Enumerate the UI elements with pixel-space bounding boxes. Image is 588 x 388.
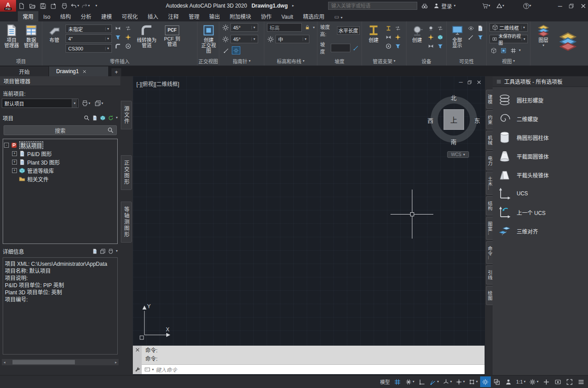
search-binoculars-icon[interactable] — [419, 1, 430, 11]
ribbon-tab-visualize[interactable]: 可视化 — [117, 11, 143, 21]
compass-angle1-dropdown[interactable]: 45°▾ — [230, 23, 258, 32]
view-grid-icon[interactable] — [509, 46, 518, 54]
details-doc-icon[interactable] — [92, 248, 98, 254]
quick-access-dropdown[interactable]: ▾ — [91, 1, 102, 11]
autodesk-360-icon[interactable]: ▾ — [495, 1, 506, 11]
undo-button[interactable]: ▾ — [70, 1, 80, 11]
show-all-button[interactable]: 全部 显示 — [449, 23, 465, 58]
viewport-close-icon[interactable] — [477, 80, 481, 85]
visibility-eye-icon[interactable] — [467, 24, 475, 32]
command-input[interactable]: ▾ 键入命令 — [142, 365, 485, 374]
ribbon-tab-featured-apps[interactable]: 精选应用 — [298, 11, 329, 21]
command-customize-wrench-icon[interactable] — [135, 367, 140, 372]
tree-item-related-files[interactable]: 相关文件 — [4, 175, 116, 183]
ribbon-tab-output[interactable]: 输出 — [204, 11, 225, 21]
expander[interactable]: - — [4, 143, 9, 148]
project-copy-button[interactable]: ▾ — [94, 99, 104, 107]
annotation-visibility-toggle[interactable] — [480, 376, 491, 387]
named-view-dropdown[interactable]: 未保存的视图▾ — [489, 35, 528, 43]
tab-source-files[interactable]: 源文件 — [121, 101, 132, 129]
support-flange-icon[interactable] — [384, 42, 393, 50]
tree-item-pipe-spec-library[interactable]: + 管道等级库 — [4, 166, 116, 175]
current-project-dropdown[interactable]: 默认项目▾ — [2, 99, 78, 108]
flange-insert-icon[interactable] — [124, 42, 132, 50]
create-ortho-view-button[interactable]: 创建 正交视图 — [200, 23, 217, 58]
scroll-left-arrow[interactable]: ◂ — [2, 360, 7, 364]
refresh-project-icon[interactable] — [108, 115, 114, 121]
ortho-mode-toggle[interactable] — [417, 376, 428, 387]
panel-label-pipe-supports[interactable]: 管道支架▾ — [362, 58, 406, 65]
visibility-doc-icon[interactable] — [476, 24, 485, 32]
palette-item-frustum-cone[interactable]: 平截面圆锥体 — [493, 147, 588, 165]
ribbon-tab-iso[interactable]: Iso — [38, 12, 55, 21]
equipment-filter-icon[interactable] — [436, 42, 444, 50]
viewcube-east[interactable]: 东 — [474, 116, 480, 124]
plot-button[interactable] — [59, 1, 70, 11]
details-collapse[interactable]: ▾ — [116, 249, 118, 253]
new-tab-button[interactable]: + — [111, 68, 121, 76]
valve-insert-icon[interactable] — [114, 24, 122, 32]
project-manager-button[interactable]: 项目 管理器 — [3, 23, 21, 58]
annotation-scale-button[interactable]: 1:1▾ — [515, 376, 527, 387]
panel-label-compass[interactable]: 指南针▾ — [219, 58, 264, 65]
palette-item-cylindrical-helix[interactable]: 圆柱形螺旋 — [493, 91, 588, 109]
palette-item-elliptical-cylinder[interactable]: 椭圆形圆柱体 — [493, 128, 588, 147]
grid-display-toggle[interactable] — [392, 376, 403, 387]
visibility-filter-icon[interactable] — [476, 33, 485, 41]
annotation-monitor-toggle[interactable] — [503, 376, 514, 387]
horizontal-scrollbar[interactable]: ◂ ▸ — [2, 359, 119, 365]
project-print-button[interactable]: ▾ — [81, 99, 91, 107]
scrollbar-thumb[interactable] — [12, 360, 75, 364]
palette-item-3d-align[interactable]: 三维对齐 — [493, 222, 588, 240]
details-print-icon[interactable] — [108, 248, 114, 254]
isometric-drafting-toggle[interactable]: ▾ — [441, 376, 453, 387]
view-cube-icon[interactable] — [489, 46, 498, 54]
view-ortho-icon[interactable] — [499, 46, 508, 54]
selection-cycling-toggle[interactable] — [492, 376, 502, 387]
open-button[interactable] — [27, 1, 37, 11]
panel-label-view[interactable]: 视图▾ — [487, 58, 530, 65]
ribbon-tab-manage[interactable]: 管理 — [184, 11, 204, 21]
tree-item-default-project[interactable]: - 默认项目 — [4, 141, 116, 149]
support-edit-icon[interactable] — [384, 24, 393, 32]
minimize-button[interactable]: ─ — [558, 3, 562, 9]
snap-mode-toggle[interactable]: ▾ — [404, 376, 416, 387]
polar-tracking-toggle[interactable]: ▾ — [428, 376, 440, 387]
command-history[interactable]: 命令: 命令: — [142, 346, 485, 365]
redo-button[interactable]: ▾ — [80, 1, 91, 11]
weld-insert-icon[interactable] — [124, 33, 132, 41]
tree-item-pid-drawings[interactable]: + P&ID 图形 — [4, 149, 116, 158]
snap-increment-dropdown[interactable]: 中▾ — [275, 35, 309, 43]
expander[interactable]: + — [12, 160, 17, 165]
pipe-size-dropdown[interactable]: 4"▾ — [66, 34, 112, 43]
elevation-input[interactable]: 标高 — [267, 23, 302, 32]
model-space-button[interactable]: 模型 — [379, 376, 391, 387]
line-to-pipe-button[interactable]: 线转换为 管道 — [134, 23, 159, 58]
sign-in-button[interactable]: 登录 ▾ — [433, 1, 456, 11]
slope-input[interactable] — [331, 44, 350, 52]
ribbon-tab-modeling[interactable]: 建模 — [96, 11, 117, 21]
viewcube-west[interactable]: 西 — [428, 116, 433, 124]
tab-isometric-drawings[interactable]: 等轴测图形 — [121, 202, 132, 243]
equipment-modify-icon[interactable] — [427, 24, 435, 32]
support-detach-icon[interactable] — [384, 33, 393, 41]
layer-properties-button[interactable] — [555, 23, 580, 58]
object-snap-tracking-toggle[interactable]: ▾ — [454, 376, 466, 387]
help-search-input[interactable] — [328, 2, 417, 10]
data-manager-button[interactable]: 数据 管理器 — [22, 23, 40, 58]
equipment-convert-icon[interactable] — [436, 33, 444, 41]
visibility-hide-icon[interactable] — [467, 33, 475, 41]
close-button[interactable] — [580, 3, 586, 9]
customization-menu-button[interactable] — [576, 376, 586, 387]
equipment-valve-icon[interactable] — [427, 42, 435, 50]
expander[interactable]: + — [12, 168, 17, 173]
ribbon-display-toggle[interactable]: ▭ ▾ — [329, 12, 348, 21]
viewcube[interactable]: 北 南 西 东 上 — [427, 93, 481, 146]
route-pipe-button[interactable]: 布管 — [45, 23, 64, 58]
slope-pick-icon[interactable] — [352, 44, 360, 52]
palette-item-frustum-pyramid[interactable]: 平截头棱锥体 — [493, 165, 588, 184]
viewcube-south[interactable]: 南 — [451, 137, 456, 146]
ribbon-tab-structure[interactable]: 结构 — [55, 11, 76, 21]
support-spark-icon[interactable] — [394, 33, 402, 41]
tree-item-plant3d-drawings[interactable]: + Plant 3D 图形 — [4, 158, 116, 166]
